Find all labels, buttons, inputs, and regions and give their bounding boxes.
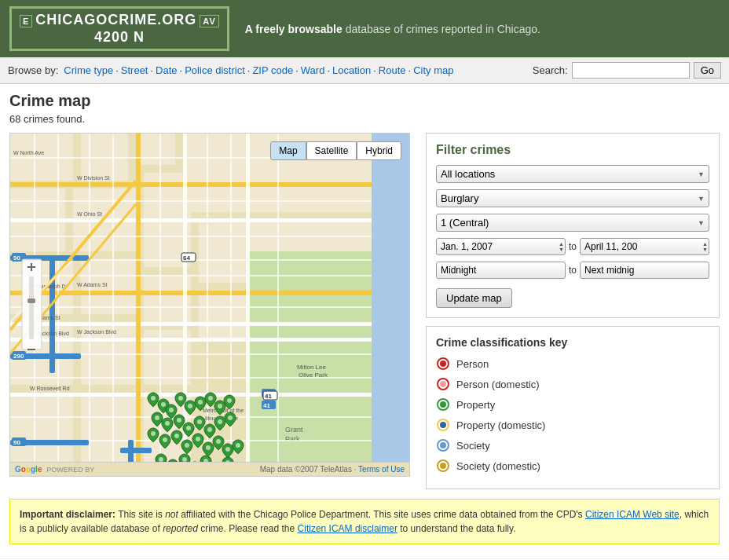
svg-rect-29 — [372, 134, 410, 463]
crime-select-wrapper: Burglary Assault Theft — [436, 189, 709, 207]
disclaimer-important: Important disclaimer: — [20, 509, 115, 520]
svg-point-109 — [207, 427, 212, 432]
classifications-title: Crime classifications key — [436, 336, 709, 349]
filter-section: Filter crimes All locations Alley Apartm… — [426, 133, 720, 318]
go-button[interactable]: Go — [694, 62, 721, 79]
date-to-arrows: ▲ ▼ — [702, 238, 708, 255]
svg-rect-56 — [277, 134, 279, 463]
svg-point-103 — [227, 398, 232, 403]
svg-point-136 — [440, 361, 446, 367]
nav-route[interactable]: Route — [379, 64, 406, 76]
date-to-input[interactable] — [580, 238, 709, 255]
svg-rect-31 — [10, 218, 372, 222]
nav-street[interactable]: Street — [121, 64, 148, 76]
map-image[interactable]: Milton Lee Olive Park Grant Park Soldier… — [9, 133, 410, 463]
class-label-person-domestic: Person (domestic) — [456, 379, 539, 390]
nav-location[interactable]: Location — [332, 64, 371, 76]
search-label: Search: — [533, 64, 568, 76]
property-domestic-icon — [436, 418, 450, 432]
map-button-satellite[interactable]: Satellite — [306, 141, 357, 160]
svg-point-106 — [177, 418, 181, 423]
search-input[interactable] — [572, 62, 690, 79]
svg-point-105 — [165, 421, 170, 426]
disclaimer-text5: to understand the data fully. — [397, 523, 516, 534]
nav-crime-type[interactable]: Crime type — [64, 64, 113, 76]
nav-ward[interactable]: Ward — [301, 64, 325, 76]
time-from-select[interactable]: Midnight 1 AM Noon 11 PM — [436, 262, 566, 279]
map-powered-by: POWERED BY — [46, 466, 94, 474]
sign-av: AV — [200, 15, 218, 27]
nav-police-district[interactable]: Police district — [185, 64, 245, 76]
svg-text:290: 290 — [13, 353, 24, 360]
society-domestic-icon — [436, 459, 450, 473]
sign-e: E — [20, 15, 32, 27]
nav-date[interactable]: Date — [156, 64, 177, 76]
location-select-wrapper: All locations Alley Apartment Street — [436, 165, 709, 183]
svg-text:64: 64 — [183, 254, 190, 262]
svg-rect-38 — [246, 134, 250, 463]
svg-rect-133 — [29, 276, 34, 339]
map-button-map[interactable]: Map — [270, 141, 306, 160]
tagline-rest: database of crimes reported in Chicago. — [343, 23, 540, 35]
class-row-person-domestic: Person (domestic) — [436, 377, 709, 391]
svg-point-112 — [151, 431, 156, 436]
date-from-input[interactable] — [436, 238, 566, 255]
time-to-select[interactable]: Next midnig 1 AM Noon — [580, 262, 709, 279]
nav-city-map[interactable]: City map — [413, 64, 453, 76]
class-row-property-domestic: Property (domestic) — [436, 418, 709, 432]
tagline-bold: A freely browsable — [245, 23, 343, 35]
svg-point-120 — [236, 443, 240, 448]
main-content: Crime map 68 crimes found. — [0, 84, 729, 552]
svg-point-144 — [440, 442, 446, 448]
district-select[interactable]: 1 (Central) 2 3 — [436, 214, 709, 232]
nav-zip-code[interactable]: ZIP code — [252, 64, 293, 76]
crime-select[interactable]: Burglary Assault Theft — [436, 189, 709, 207]
location-select[interactable]: All locations Alley Apartment Street — [436, 165, 709, 183]
date-to-down[interactable]: ▼ — [702, 247, 708, 252]
svg-rect-47 — [10, 416, 372, 418]
svg-point-118 — [216, 439, 221, 444]
property-icon — [436, 397, 450, 412]
update-map-button[interactable]: Update map — [436, 288, 512, 308]
class-label-property: Property — [456, 399, 495, 411]
svg-point-115 — [185, 443, 189, 448]
header: ECHICAGOCRIME.ORGAV 4200 N A freely brow… — [0, 0, 729, 57]
svg-rect-33 — [10, 322, 372, 326]
class-row-society: Society — [436, 438, 709, 452]
svg-point-98 — [178, 396, 183, 401]
date-from-up[interactable]: ▲ — [559, 241, 564, 247]
person-icon — [436, 357, 450, 371]
map-terms-link[interactable]: Terms of Use — [358, 465, 405, 474]
site-name: CHICAGOCRIME.ORG — [35, 12, 196, 27]
svg-rect-36 — [136, 134, 141, 463]
svg-point-95 — [151, 396, 156, 401]
map-button-hybrid[interactable]: Hybrid — [357, 141, 401, 160]
person-domestic-icon — [436, 377, 450, 391]
svg-point-114 — [174, 434, 179, 438]
svg-point-96 — [161, 402, 166, 407]
date-from-down[interactable]: ▼ — [559, 247, 564, 252]
district-filter-row: 1 (Central) 2 3 — [436, 214, 709, 232]
svg-text:90: 90 — [13, 439, 20, 446]
time-filter-row: Midnight 1 AM Noon 11 PM to Next midnig … — [436, 262, 709, 279]
disclaimer-reported: reported — [163, 523, 198, 534]
nav-left: Browse by: Crime type · Street · Date · … — [8, 64, 456, 76]
disclaimer-link2[interactable]: Citizen ICAM disclaimer — [298, 523, 397, 534]
svg-point-101 — [208, 396, 213, 401]
map-data-text: Map data ©2007 TeleAtlas · — [260, 465, 358, 474]
disclaimer-link1[interactable]: Citizen ICAM Web site — [585, 509, 680, 520]
filter-title: Filter crimes — [436, 143, 709, 157]
svg-rect-46 — [10, 377, 372, 379]
date-to-up[interactable]: ▲ — [702, 241, 708, 247]
svg-rect-134 — [27, 298, 35, 303]
svg-point-99 — [188, 404, 192, 408]
content-area: Milton Lee Olive Park Grant Park Soldier… — [9, 133, 720, 489]
class-label-society-domestic: Society (domestic) — [456, 460, 540, 472]
class-row-property: Property — [436, 397, 709, 412]
classifications-section: Crime classifications key Person Person … — [426, 326, 720, 489]
svg-rect-44 — [10, 306, 372, 308]
svg-text:Grant: Grant — [285, 426, 303, 434]
svg-text:W North Ave: W North Ave — [13, 150, 44, 156]
crimes-found: 68 crimes found. — [9, 113, 720, 125]
svg-rect-40 — [10, 200, 372, 202]
